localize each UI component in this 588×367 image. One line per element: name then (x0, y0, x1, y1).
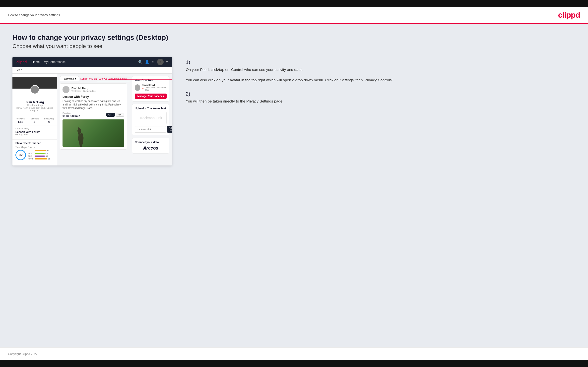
trackman-widget-title: Upload a Trackman Test (135, 107, 167, 110)
avatar[interactable]: B (157, 59, 164, 65)
coaches-widget: Your Coaches David Ford 📍 Royal North De… (132, 76, 169, 102)
app-nav-links: Home My Performance (32, 60, 65, 64)
pin-icon: 📍 (142, 88, 144, 90)
person-icon[interactable]: 👤 (145, 60, 149, 64)
manage-coaches-button[interactable]: Manage Your Coaches (135, 94, 167, 99)
coach-club: 📍 Royal North Devon Golf Club (142, 87, 167, 91)
connect-widget: Connect your data Arccos (132, 138, 169, 154)
app-bar (35, 153, 45, 154)
post-image (63, 119, 124, 147)
quality-circle: 92 (15, 150, 26, 160)
feed-tab[interactable]: Feed (15, 68, 22, 72)
profile-club: Royal North Devon Golf Club, United King… (14, 107, 55, 112)
app-tag[interactable]: APP (116, 113, 124, 117)
step1-number: 1) (186, 59, 576, 65)
instruction-block-1: 1) On your Feed, click/tap on 'Control w… (186, 59, 576, 83)
post-author-info: Blair McHarg Yesterday · Sunningdale (71, 87, 96, 92)
quality-label: Total Player Quality ℹ (15, 146, 54, 149)
nav-link-home[interactable]: Home (32, 60, 40, 64)
following-button[interactable]: Following ▾ (60, 76, 79, 81)
control-link[interactable]: Control who can see your activity and da… (80, 77, 127, 80)
stat-following: Following 4 (44, 117, 54, 124)
right-panel: Your Coaches David Ford 📍 Royal North De… (130, 74, 172, 165)
profile-avatar (30, 85, 39, 94)
app-nav-icons: 🔍 👤 ⊕ B ▾ (138, 59, 168, 65)
latest-activity-section: Latest Activity Lesson with Fordy 03 Aug… (12, 125, 57, 138)
bottom-bar (0, 360, 588, 367)
page-subtitle: Choose what you want people to see (12, 43, 576, 50)
chevron-down-icon[interactable]: ▾ (166, 60, 168, 64)
add-link-button[interactable]: Add Link (167, 126, 172, 133)
putt-bar (35, 158, 47, 159)
coach-info: David Ford 📍 Royal North Devon Golf Club (142, 84, 167, 91)
left-panel: Blair McHarg Plus Handicap Royal North D… (12, 74, 57, 165)
post-card: Blair McHarg Yesterday · Sunningdale Les… (60, 83, 127, 150)
golfer-silhouette (75, 127, 87, 147)
trackman-widget: Upload a Trackman Test Trackman Link Add… (132, 104, 169, 135)
app-subheader: Feed (12, 67, 172, 74)
clippd-logo: clippd (558, 10, 580, 20)
connect-brand: Arccos (135, 146, 167, 151)
post-title: Lesson with Fordy (63, 95, 124, 99)
ott-bar (35, 150, 46, 151)
add-icon[interactable]: ⊕ (152, 60, 155, 64)
following-bar: Following ▾ Control who can see your act… (60, 76, 127, 81)
app-screenshot: clippd Home My Performance 🔍 👤 ⊕ B ▾ Fee… (12, 57, 172, 165)
main-content: How to change your privacy settings (Des… (0, 24, 588, 347)
profile-name: Blair McHarg (14, 101, 55, 104)
post-header: Blair McHarg Yesterday · Sunningdale (63, 86, 124, 93)
connect-widget-title: Connect your data (135, 141, 167, 144)
step2-text: You will then be taken directly to the P… (186, 98, 576, 104)
step1-text-2: You can also click on your avatar in the… (186, 77, 576, 83)
search-icon[interactable]: 🔍 (138, 60, 142, 64)
breadcrumb: How to change your privacy settings (8, 13, 60, 17)
app-nav: clippd Home My Performance 🔍 👤 ⊕ B ▾ (12, 57, 172, 67)
trackman-input[interactable] (135, 126, 166, 133)
trackman-input-row: Add Link (135, 126, 167, 133)
profile-info: Blair McHarg Plus Handicap Royal North D… (12, 95, 57, 116)
app-body: Blair McHarg Plus Handicap Royal North D… (12, 74, 172, 165)
quality-bars: OTT 90 APP 85 ARG (28, 150, 54, 160)
ott-tag[interactable]: OTT (106, 113, 115, 117)
nav-link-performance[interactable]: My Performance (44, 60, 65, 64)
trackman-link-area: Trackman Link (135, 112, 167, 124)
footer-copyright: Copyright Clippd 2022 (8, 352, 38, 356)
post-avatar (63, 86, 69, 93)
arg-bar (35, 156, 45, 157)
profile-stats: Activities 131 Followers 3 Following 4 (12, 116, 57, 125)
info-icon: ℹ (36, 146, 36, 149)
instructions-panel: 1) On your Feed, click/tap on 'Control w… (181, 57, 576, 112)
site-footer: Copyright Clippd 2022 (0, 347, 588, 360)
app-nav-logo: clippd (16, 60, 27, 64)
profile-handicap: Plus Handicap (14, 104, 55, 107)
layout: clippd Home My Performance 🔍 👤 ⊕ B ▾ Fee… (12, 57, 576, 165)
post-body: Looking to feel like my hands are exitin… (63, 100, 124, 110)
chevron-down-icon: ▾ (75, 77, 76, 80)
step2-number: 2) (186, 91, 576, 97)
coach-avatar (135, 84, 140, 91)
center-panel: Following ▾ Control who can see your act… (57, 74, 130, 165)
instruction-block-2: 2) You will then be taken directly to th… (186, 91, 576, 104)
stat-activities: Activities 131 (16, 117, 25, 124)
page-title: How to change your privacy settings (Des… (12, 34, 576, 42)
duration-row: Duration 01 hr : 30 min OTT APP (63, 112, 124, 117)
site-header: How to change your privacy settings clip… (0, 7, 588, 24)
quality-row: 92 OTT 90 APP (15, 150, 54, 160)
player-performance: Player Performance Total Player Quality … (12, 139, 57, 162)
top-bar (0, 0, 588, 7)
coaches-widget-title: Your Coaches (135, 79, 167, 82)
coach-row: David Ford 📍 Royal North Devon Golf Club (135, 84, 167, 91)
tag-buttons: OTT APP (106, 113, 124, 117)
stat-followers: Followers 3 (30, 117, 39, 124)
step1-text-1: On your Feed, click/tap on 'Control who … (186, 67, 576, 73)
